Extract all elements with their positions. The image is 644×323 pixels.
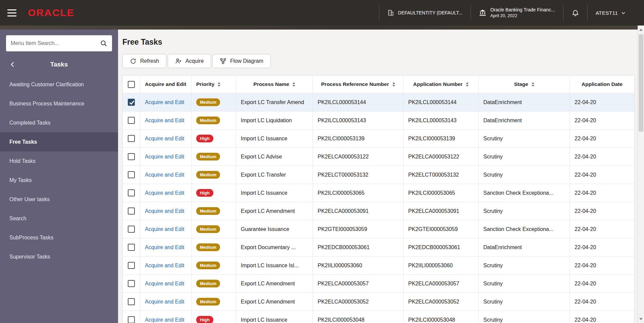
sidebar-item-business-process-maintenance[interactable]: Business Process Maintenance (0, 94, 118, 113)
application-number: PK2ILCI000053139 (404, 130, 479, 148)
sidebar-item-completed-tasks[interactable]: Completed Tasks (0, 113, 118, 132)
acquire-and-edit-link[interactable]: Acquire and Edit (145, 154, 184, 159)
priority-badge: Medium (196, 280, 220, 287)
acquire-and-edit-link[interactable]: Acquire and Edit (145, 244, 184, 250)
sidebar-item-free-tasks[interactable]: Free Tasks (0, 132, 118, 151)
table-row[interactable]: Acquire and EditMediumExport LC AdvisePK… (123, 148, 635, 166)
row-checkbox[interactable] (128, 153, 135, 160)
priority-badge: Medium (196, 225, 220, 233)
scrollbar-thumb[interactable] (639, 34, 643, 132)
sort-icon[interactable] (292, 82, 295, 87)
application-info[interactable]: Oracle Banking Trade Financ... April 20,… (471, 5, 563, 20)
sort-icon[interactable] (532, 82, 534, 87)
row-checkbox[interactable] (128, 316, 135, 323)
application-number: PK2ILCI000053065 (404, 184, 479, 202)
acquire-and-edit-link[interactable]: Acquire and Edit (145, 99, 184, 105)
search-icon[interactable] (100, 40, 107, 47)
column-header-acquire-and-edit: Acquire and Edit (140, 76, 192, 93)
row-checkbox[interactable] (128, 298, 135, 305)
column-header-priority[interactable]: Priority (192, 76, 236, 93)
row-checkbox[interactable] (128, 99, 135, 106)
sidebar-item-hold-tasks[interactable]: Hold Tasks (0, 151, 118, 171)
acquire-and-edit-link[interactable]: Acquire and Edit (145, 136, 184, 141)
row-checkbox[interactable] (128, 207, 135, 215)
acquire-and-edit-link[interactable]: Acquire and Edit (145, 172, 184, 178)
entity-selector[interactable]: DEFAULTENTITY (DEFAULT... (379, 5, 471, 20)
row-checkbox[interactable] (128, 171, 135, 178)
priority-badge: Medium (196, 171, 220, 179)
application-date: 22-04-20 (570, 275, 635, 293)
acquire-and-edit-link[interactable]: Acquire and Edit (145, 118, 184, 123)
column-header-process-reference-number[interactable]: Process Reference Number (313, 76, 404, 93)
main-content: Free Tasks Refresh Acquire Flow Diagram (118, 30, 644, 323)
sidebar-item-subprocess-tasks[interactable]: SubProcess Tasks (0, 228, 118, 247)
process-name: Import LC Issuance (236, 184, 313, 202)
column-header-process-name[interactable]: Process Name (236, 76, 313, 93)
table-row[interactable]: Acquire and EditMediumExport LC Amendmen… (123, 293, 635, 311)
process-reference-number: PK2ELCA000053057 (313, 275, 404, 293)
sort-icon[interactable] (466, 82, 469, 87)
flow-diagram-button[interactable]: Flow Diagram (212, 54, 271, 68)
table-row[interactable]: Acquire and EditMediumExport LC Amendmen… (123, 275, 635, 293)
priority-badge: Medium (196, 262, 220, 269)
acquire-and-edit-link[interactable]: Acquire and Edit (145, 263, 184, 268)
acquire-and-edit-link[interactable]: Acquire and Edit (145, 208, 184, 214)
refresh-button[interactable]: Refresh (122, 54, 166, 68)
application-number: PK2ILCL000053143 (404, 111, 479, 130)
free-tasks-table: Acquire and EditPriorityProcess NameProc… (122, 75, 635, 323)
menu-search-input[interactable] (11, 40, 100, 46)
acquire-and-edit-link[interactable]: Acquire and Edit (145, 299, 184, 305)
table-row[interactable]: Acquire and EditHighImport LC IssuancePK… (123, 311, 635, 323)
table-row[interactable]: Acquire and EditMediumImport LC Issuance… (123, 257, 635, 275)
table-row[interactable]: Acquire and EditMediumExport LC Transfer… (123, 166, 635, 184)
sidebar-item-search[interactable]: Search (0, 209, 118, 228)
sort-icon[interactable] (218, 82, 220, 87)
sidebar-item-my-tasks[interactable]: My Tasks (0, 171, 118, 190)
table-row[interactable]: Acquire and EditMediumExport Documentary… (123, 238, 635, 257)
row-checkbox[interactable] (128, 135, 135, 142)
row-checkbox[interactable] (128, 117, 135, 124)
application-number: PK2GTEI000053059 (404, 220, 479, 238)
table-row[interactable]: Acquire and EditMediumExport LC Amendmen… (123, 202, 635, 220)
process-name: Export LC Amendment (236, 293, 313, 311)
acquire-button[interactable]: Acquire (168, 54, 211, 68)
priority-badge: Medium (196, 117, 220, 124)
hamburger-menu-icon[interactable] (7, 9, 16, 16)
process-reference-number: PK2ILCI000053048 (313, 311, 404, 323)
column-label: Process Reference Number (321, 81, 389, 87)
application-date: 22-04-20 (570, 257, 635, 275)
stage: DataEnrichment (479, 238, 570, 257)
table-row[interactable]: Acquire and EditMediumImport LC Liquidat… (123, 111, 635, 130)
sidebar-section-title: Tasks (50, 61, 68, 68)
stage: DataEnrichment (479, 111, 570, 130)
table-row[interactable]: Acquire and EditMediumGuarantee Issuance… (123, 220, 635, 238)
acquire-and-edit-link[interactable]: Acquire and Edit (145, 226, 184, 232)
sidebar-item-awaiting-customer-clarification[interactable]: Awaiting Customer Clarification (0, 75, 118, 94)
scroll-up-arrow[interactable] (638, 27, 644, 33)
table-row[interactable]: Acquire and EditHighImport LC IssuancePK… (123, 184, 635, 202)
column-header-stage[interactable]: Stage (479, 76, 570, 93)
row-checkbox[interactable] (128, 244, 135, 251)
row-checkbox[interactable] (128, 280, 135, 287)
vertical-scrollbar[interactable] (638, 26, 644, 323)
user-menu[interactable]: ATEST11 (587, 5, 634, 20)
process-name: Export LC Advise (236, 148, 313, 166)
acquire-and-edit-link[interactable]: Acquire and Edit (145, 317, 184, 323)
scroll-down-arrow[interactable] (638, 316, 644, 322)
acquire-and-edit-link[interactable]: Acquire and Edit (145, 281, 184, 286)
application-number: PK2ILCL000053144 (404, 93, 479, 111)
column-header-application-number[interactable]: Application Number (404, 76, 479, 93)
notifications-button[interactable] (563, 5, 587, 20)
table-row[interactable]: Acquire and EditHighImport LC IssuancePK… (123, 130, 635, 148)
process-name: Export LC Amendment (236, 202, 313, 220)
table-row[interactable]: Acquire and EditMediumExport LC Transfer… (123, 93, 635, 111)
sidebar-item-supervisor-tasks[interactable]: Supervisor Tasks (0, 247, 118, 266)
sidebar-item-other-user-tasks[interactable]: Other User tasks (0, 190, 118, 209)
row-checkbox[interactable] (128, 226, 135, 233)
acquire-and-edit-link[interactable]: Acquire and Edit (145, 190, 184, 196)
row-checkbox[interactable] (128, 189, 135, 196)
select-all-checkbox[interactable] (128, 81, 135, 88)
sort-icon[interactable] (392, 82, 395, 87)
row-checkbox[interactable] (128, 262, 135, 269)
back-chevron-icon[interactable] (9, 61, 16, 68)
